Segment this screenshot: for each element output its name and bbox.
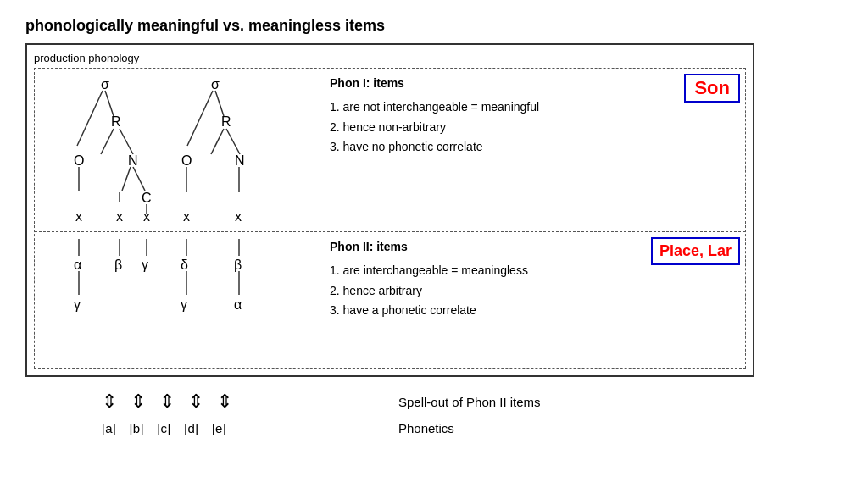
- phon1-text: Phon I: items 1. are not interchangeable…: [313, 74, 738, 225]
- svg-line-5: [77, 91, 103, 146]
- svg-text:x: x: [183, 209, 190, 224]
- arrow-2: ⇕: [131, 391, 146, 413]
- svg-text:x: x: [116, 209, 123, 224]
- outer-label: production phonology: [34, 52, 746, 64]
- footer-brackets-row: [a] [b] [c] [d] [e] Phonetics: [25, 421, 754, 435]
- svg-text:N: N: [128, 153, 138, 168]
- svg-text:O: O: [74, 153, 84, 168]
- bracket-4: [d]: [184, 421, 198, 435]
- svg-text:γ: γ: [142, 258, 148, 272]
- svg-text:x: x: [235, 209, 242, 224]
- tree-diagram-top: σ R O N: [42, 74, 313, 225]
- arrows-group: ⇕ ⇕ ⇕ ⇕ ⇕: [25, 391, 348, 413]
- main-title: phonologically meaningful vs. meaningles…: [25, 17, 843, 35]
- outer-box: production phonology σ R: [25, 43, 754, 377]
- phon2-item-2: 2. hence arbitrary: [330, 281, 738, 302]
- svg-line-15: [215, 91, 224, 116]
- svg-line-19: [187, 91, 213, 146]
- svg-text:N: N: [235, 153, 245, 168]
- phon1-item-1: 1. are not interchangeable = meaningful: [330, 97, 738, 118]
- son-badge: Son: [684, 74, 740, 103]
- svg-text:R: R: [221, 114, 231, 129]
- svg-line-8: [133, 167, 145, 191]
- bracket-1: [a]: [102, 421, 116, 435]
- arrow-5: ⇕: [217, 391, 232, 413]
- svg-text:α: α: [234, 297, 242, 312]
- svg-text:β: β: [114, 258, 122, 272]
- svg-text:δ: δ: [181, 258, 188, 272]
- svg-line-18: [226, 129, 240, 154]
- bracket-3: [c]: [157, 421, 170, 435]
- phon2-item-3: 3. have a phonetic correlate: [330, 301, 738, 321]
- svg-text:β: β: [234, 258, 242, 272]
- tree-diagram-bottom: α β γ δ β γ γ α: [42, 237, 313, 361]
- phonetics-label: Phonetics: [348, 421, 754, 435]
- spell-out-label: Spell-out of Phon II items: [348, 395, 754, 409]
- svg-text:O: O: [181, 153, 192, 168]
- phon1-item-2: 2. hence non-arbitrary: [330, 118, 738, 138]
- svg-text:C: C: [142, 191, 152, 205]
- svg-text:σ: σ: [211, 77, 220, 92]
- svg-line-3: [101, 129, 114, 154]
- phon1-title: Phon I: items: [330, 74, 738, 94]
- phon1-item-3: 3. have no phonetic correlate: [330, 137, 738, 158]
- svg-line-1: [105, 91, 114, 116]
- inner-dashed-box: σ R O N: [34, 68, 746, 369]
- place-badge: Place, Lar: [651, 237, 740, 265]
- svg-text:σ: σ: [101, 77, 109, 92]
- svg-text:γ: γ: [74, 297, 81, 312]
- arrow-4: ⇕: [188, 391, 203, 413]
- footer-arrows-row: ⇕ ⇕ ⇕ ⇕ ⇕ Spell-out of Phon II items: [25, 391, 754, 413]
- svg-text:α: α: [74, 258, 81, 272]
- phon2-section: α β γ δ β γ γ α: [35, 232, 745, 368]
- bracket-5: [e]: [212, 421, 226, 435]
- svg-line-17: [211, 129, 224, 154]
- brackets-group: [a] [b] [c] [d] [e]: [25, 421, 348, 435]
- svg-text:R: R: [111, 114, 121, 129]
- svg-line-4: [120, 129, 133, 154]
- arrow-1: ⇕: [102, 391, 117, 413]
- svg-text:x: x: [75, 209, 82, 224]
- phon1-section: σ R O N: [35, 69, 745, 232]
- svg-text:γ: γ: [181, 297, 187, 312]
- svg-line-9: [122, 167, 131, 191]
- svg-text:x: x: [143, 209, 150, 224]
- arrow-3: ⇕: [159, 391, 175, 413]
- bracket-2: [b]: [130, 421, 144, 435]
